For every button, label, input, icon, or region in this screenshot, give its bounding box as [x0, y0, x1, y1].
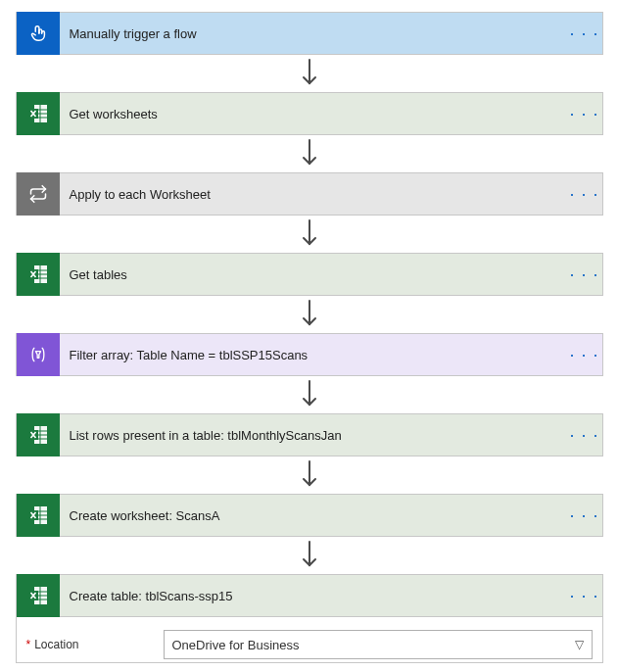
step-title: Apply to each Worksheet: [60, 187, 567, 202]
step-filter-array[interactable]: Filter array: Table Name = tblSSP15Scans…: [16, 333, 603, 376]
connector-arrow: [16, 376, 603, 413]
step-menu-button[interactable]: · · ·: [567, 12, 602, 55]
filter-icon: [17, 333, 60, 376]
svg-marker-16: [35, 352, 40, 359]
step-title: Create worksheet: ScansA: [60, 508, 567, 523]
param-label: *Location: [26, 638, 164, 651]
step-menu-button[interactable]: · · ·: [567, 172, 602, 216]
step-menu-button[interactable]: · · ·: [567, 333, 602, 376]
excel-icon: [17, 494, 60, 537]
step-menu-button[interactable]: · · ·: [567, 413, 602, 456]
step-menu-button[interactable]: · · ·: [567, 574, 602, 617]
step-menu-button[interactable]: · · ·: [567, 494, 602, 537]
connector-arrow: [16, 456, 603, 494]
excel-icon: [17, 92, 60, 135]
step-apply-to-each[interactable]: Apply to each Worksheet · · ·: [16, 172, 603, 216]
connector-arrow: [16, 296, 603, 333]
step-menu-button[interactable]: · · ·: [567, 92, 602, 135]
excel-icon: [17, 253, 60, 296]
step-manual-trigger[interactable]: Manually trigger a flow · · ·: [16, 12, 603, 55]
param-label-text: Location: [34, 638, 78, 651]
location-select[interactable]: OneDrive for Business ▽: [164, 630, 593, 659]
step-get-tables[interactable]: Get tables · · ·: [16, 253, 603, 296]
select-value: OneDrive for Business: [172, 638, 300, 652]
param-row-location: *Location OneDrive for Business ▽: [26, 627, 593, 662]
loop-icon: [17, 172, 60, 216]
step-title: Create table: tblScans-ssp15: [60, 589, 567, 603]
step-menu-button[interactable]: · · ·: [567, 253, 602, 296]
flow-container: Manually trigger a flow · · · Get worksh…: [12, 12, 606, 663]
excel-icon: [17, 574, 60, 617]
step-get-worksheets[interactable]: Get worksheets · · ·: [16, 92, 603, 135]
step-list-rows[interactable]: List rows present in a table: tblMonthly…: [16, 413, 603, 456]
excel-icon: [17, 413, 60, 456]
connector-arrow: [16, 135, 603, 172]
step-title: Manually trigger a flow: [60, 26, 567, 41]
step-create-worksheet[interactable]: Create worksheet: ScansA · · ·: [16, 494, 603, 537]
step-title: Get worksheets: [60, 107, 567, 121]
connector-arrow: [16, 216, 603, 253]
step-title: Get tables: [60, 267, 567, 282]
step-title: Filter array: Table Name = tblSSP15Scans: [60, 348, 567, 362]
touch-icon: [17, 12, 60, 55]
step-params-panel: *Location OneDrive for Business ▽: [16, 617, 603, 663]
chevron-down-icon: ▽: [575, 638, 584, 651]
required-marker: *: [26, 638, 31, 651]
connector-arrow: [16, 55, 603, 92]
step-title: List rows present in a table: tblMonthly…: [60, 428, 567, 443]
connector-arrow: [16, 537, 603, 574]
step-create-table[interactable]: Create table: tblScans-ssp15 · · ·: [16, 574, 603, 617]
